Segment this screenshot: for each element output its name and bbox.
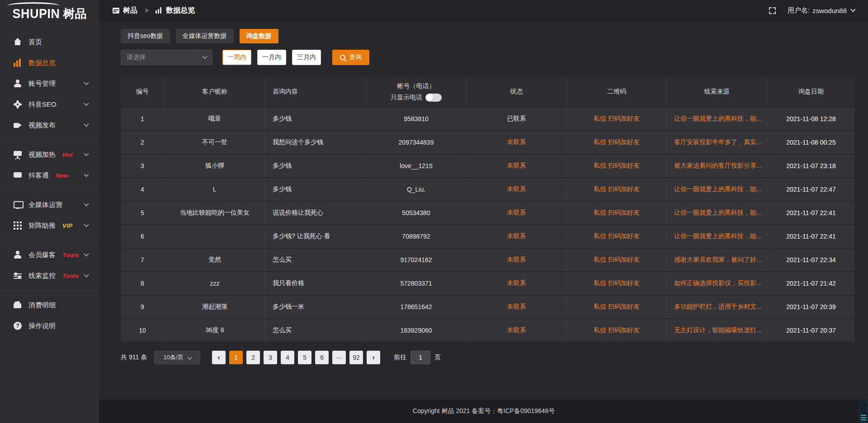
cell-content: 说说价格让我死心 bbox=[265, 202, 366, 224]
chevron-down-icon bbox=[202, 54, 207, 59]
col-header-date: 询盘日期 bbox=[767, 77, 855, 107]
col-header-status: 状态 bbox=[467, 77, 567, 107]
table-row: 6多少钱? 让我死心 看70898792未联系私信 扫码加好友让你一眼就爱上的黑… bbox=[121, 225, 855, 248]
chart-icon bbox=[156, 7, 162, 14]
sidebar-item-video-heating[interactable]: 视频加热Hot bbox=[0, 144, 99, 165]
breadcrumb-root[interactable]: 树品 bbox=[123, 6, 137, 15]
app-root: SHUPIN 树品 首页数据总览账号管理抖音SEO视频发布视频加热Hot抖客通N… bbox=[0, 0, 868, 423]
page-button-92[interactable]: 92 bbox=[349, 351, 363, 364]
table-row: 5当地比较能吃的一位美女说说价格让我死心50534380未联系私信 扫码加好友让… bbox=[121, 202, 855, 224]
chevron-down-icon bbox=[84, 272, 89, 277]
wallet-icon bbox=[14, 301, 22, 309]
cell-nickname: 36度 8 bbox=[165, 319, 265, 342]
cell-id: 9 bbox=[121, 296, 165, 318]
col-header-id: 编号 bbox=[121, 77, 165, 107]
tab-inquiry-data[interactable]: 询盘数据 bbox=[240, 29, 278, 43]
cell-nickname: 潮起潮落 bbox=[165, 296, 265, 318]
status-badge: 未联系 bbox=[467, 296, 567, 318]
cell-account: love__1215 bbox=[366, 155, 467, 177]
sidebar-item-matrix-boost[interactable]: 矩阵助推VIP bbox=[0, 215, 99, 236]
badge-hot: Hot bbox=[62, 151, 73, 158]
page-list: 123456···92 bbox=[226, 351, 363, 364]
phone-only-toggle[interactable] bbox=[425, 94, 442, 102]
goto-label: 前往 bbox=[394, 353, 406, 362]
cell-account: Q_Liu. bbox=[366, 178, 467, 201]
cell-qrcode-links[interactable]: 私信 扫码加好友 bbox=[567, 319, 667, 342]
corner-widget[interactable] bbox=[859, 401, 868, 423]
col-header-nickname: 客户昵称 bbox=[165, 77, 265, 107]
cell-qrcode-links[interactable]: 私信 扫码加好友 bbox=[567, 131, 667, 154]
range-button-quarter[interactable]: 三月内 bbox=[292, 50, 321, 65]
range-button-month[interactable]: 一月内 bbox=[257, 50, 286, 65]
sidebar-item-clue-monitor[interactable]: 线索监控Tools bbox=[0, 265, 99, 286]
cell-source-link[interactable]: 感谢大家喜欢我家，被问了好... bbox=[667, 249, 767, 271]
sidebar-item-consumption-detail[interactable]: 消费明细 bbox=[0, 295, 99, 315]
sidebar-item-omnimedia-operation[interactable]: 全媒体运营 bbox=[0, 194, 99, 215]
tab-omnimedia-data[interactable]: 全媒体运营数据 bbox=[176, 29, 234, 43]
page-button-5[interactable]: 5 bbox=[298, 351, 311, 364]
page-button-6[interactable]: 6 bbox=[315, 351, 329, 364]
cell-source-link[interactable]: 如何正确选择投影仪，买投影... bbox=[667, 272, 767, 295]
cell-id: 4 bbox=[121, 178, 165, 201]
cell-qrcode-links[interactable]: 私信 扫码加好友 bbox=[567, 108, 667, 130]
cell-source-link[interactable]: 多功能护栏灯，适用于乡村文... bbox=[667, 296, 767, 318]
page-size-select[interactable]: 10条/页 bbox=[154, 351, 200, 364]
page-button-4[interactable]: 4 bbox=[281, 351, 294, 364]
screen-icon bbox=[14, 201, 22, 209]
cell-source-link[interactable]: 让你一眼就爱上的黑科技，能... bbox=[667, 178, 767, 201]
goto-page-input[interactable] bbox=[410, 351, 430, 364]
sidebar-item-account-management[interactable]: 账号管理 bbox=[0, 73, 99, 94]
sidebar-item-video-publish[interactable]: 视频发布 bbox=[0, 115, 99, 136]
cell-qrcode-links[interactable]: 私信 扫码加好友 bbox=[567, 202, 667, 224]
status-badge: 已联系 bbox=[467, 108, 567, 130]
sidebar-item-home[interactable]: 首页 bbox=[0, 32, 99, 52]
cell-qrcode-links[interactable]: 私信 扫码加好友 bbox=[567, 225, 667, 248]
account-select[interactable]: 请选择 bbox=[121, 50, 212, 65]
sidebar-item-member-baoke[interactable]: 会员爆客Tools bbox=[0, 244, 99, 265]
cell-date: 2021-11-07 20:39 bbox=[767, 296, 855, 318]
cell-qrcode-links[interactable]: 私信 扫码加好友 bbox=[567, 178, 667, 201]
chevron-down-icon bbox=[84, 251, 89, 256]
cell-qrcode-links[interactable]: 私信 扫码加好友 bbox=[567, 272, 667, 295]
username-value[interactable]: zswodun88 bbox=[812, 7, 847, 14]
cell-id: 8 bbox=[121, 272, 165, 295]
range-button-week[interactable]: 一周内 bbox=[222, 50, 251, 65]
cell-source-link[interactable]: 让你一眼就爱上的黑科技，能... bbox=[667, 108, 767, 130]
sidebar-item-data-overview[interactable]: 数据总览 bbox=[0, 52, 99, 73]
cell-source-link[interactable]: 让你一眼就爱上的黑科技，能... bbox=[667, 202, 767, 224]
status-badge: 未联系 bbox=[467, 319, 567, 342]
page-button-2[interactable]: 2 bbox=[246, 351, 260, 364]
cell-nickname: 哦章 bbox=[165, 108, 265, 130]
breadcrumb-separator: > bbox=[145, 7, 148, 14]
next-page-button[interactable]: › bbox=[367, 351, 380, 364]
search-icon bbox=[340, 55, 346, 61]
page-ellipsis-button[interactable]: ··· bbox=[332, 351, 346, 364]
page-button-1[interactable]: 1 bbox=[229, 351, 243, 364]
tab-douyin-seo-data[interactable]: 抖音seo数据 bbox=[121, 29, 170, 43]
prev-page-button[interactable]: ‹ bbox=[212, 351, 226, 364]
cell-source-link[interactable]: 让你一眼就爱上的黑科技，能... bbox=[667, 225, 767, 248]
cell-qrcode-links[interactable]: 私信 扫码加好友 bbox=[567, 249, 667, 271]
cell-source-link[interactable]: 客厅安装投影半年多了，真实... bbox=[667, 131, 767, 154]
cell-source-link[interactable]: 被大家追着问的客厅投影分享... bbox=[667, 155, 767, 177]
status-badge: 未联系 bbox=[467, 155, 567, 177]
table-row: 1哦章多少钱9583810已联系私信 扫码加好友让你一眼就爱上的黑科技，能...… bbox=[121, 108, 855, 130]
page-button-3[interactable]: 3 bbox=[264, 351, 277, 364]
phone-only-label: 只显示电话 bbox=[391, 94, 422, 102]
logo[interactable]: SHUPIN 树品 bbox=[0, 0, 99, 27]
search-button[interactable]: 查询 bbox=[332, 50, 369, 65]
chevron-down-icon bbox=[84, 172, 89, 177]
cell-source-link[interactable]: 无主灯设计，智能磁吸轨道灯... bbox=[667, 319, 767, 342]
fullscreen-icon[interactable] bbox=[769, 7, 776, 14]
chevron-down-icon[interactable] bbox=[850, 7, 855, 12]
sidebar-item-douketong[interactable]: 抖客通New bbox=[0, 165, 99, 186]
cell-qrcode-links[interactable]: 私信 扫码加好友 bbox=[567, 296, 667, 318]
sidebar-item-operation-guide[interactable]: 操作说明 bbox=[0, 315, 99, 336]
cell-id: 6 bbox=[121, 225, 165, 248]
col-header-account-title: 帐号（电话） bbox=[397, 82, 435, 90]
sidebar-item-label: 首页 bbox=[28, 38, 42, 47]
sidebar-divider bbox=[0, 190, 99, 190]
cell-qrcode-links[interactable]: 私信 扫码加好友 bbox=[567, 155, 667, 177]
member-icon bbox=[14, 251, 22, 259]
sidebar-item-douyin-seo[interactable]: 抖音SEO bbox=[0, 94, 99, 115]
